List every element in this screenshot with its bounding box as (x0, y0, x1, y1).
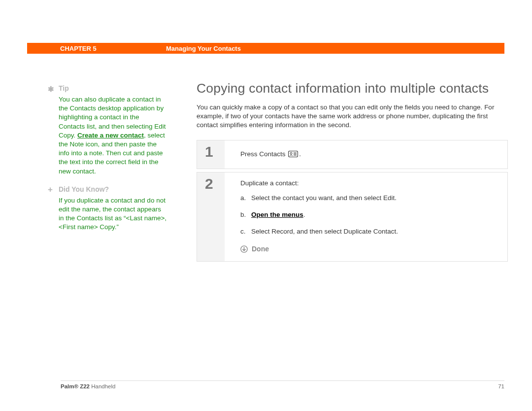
step-1-body: Press Contacts . (225, 140, 507, 169)
substep-b-after: . (303, 211, 305, 218)
substep-c-text: Select Record, and then select Duplicate… (251, 227, 499, 237)
chapter-title: Managing Your Contacts (166, 45, 241, 52)
step-number: 1 (205, 144, 225, 159)
step-1: 1 Press Contacts . (197, 140, 508, 169)
substep-b-label: b. (240, 210, 251, 220)
tip-body: You can also duplicate a contact in the … (59, 95, 167, 176)
substep-a-label: a. (240, 193, 251, 203)
dyk-heading-text: Did You Know? (59, 185, 109, 193)
step-2-body: Duplicate a contact: a. Select the conta… (225, 172, 507, 261)
plus-icon: + (48, 184, 53, 196)
page-title: Copying contact information into multipl… (197, 81, 508, 96)
done-indicator: Done (240, 244, 499, 254)
dyk-body: If you duplicate a contact and do not ed… (59, 196, 167, 232)
steps-list: 1 Press Contacts . 2 (197, 140, 508, 262)
page-number: 71 (498, 383, 504, 389)
substep-a-text: Select the contact you want, and then se… (251, 193, 499, 203)
substep-list: a. Select the contact you want, and then… (240, 193, 499, 237)
sidebar: ✱ Tip You can also duplicate a contact i… (59, 84, 167, 241)
tip-heading-text: Tip (59, 84, 69, 92)
step-number: 2 (205, 176, 225, 191)
footer: Palm® Z22 Handheld 71 (61, 383, 504, 389)
step-number-cell: 1 (197, 140, 225, 169)
header-bar: CHAPTER 5 Managing Your Contacts (27, 43, 504, 54)
substep-c-label: c. (240, 227, 251, 237)
step-1-text-before: Press Contacts (240, 150, 287, 158)
footer-product-bold: Palm® Z22 (61, 383, 90, 389)
dyk-heading: + Did You Know? (59, 185, 167, 194)
substep-c: c. Select Record, and then select Duplic… (240, 227, 499, 237)
create-new-contact-link[interactable]: Create a new contact (77, 132, 144, 139)
step-1-text-after: . (299, 150, 301, 158)
svg-point-1 (290, 152, 292, 154)
open-the-menus-link[interactable]: Open the menus (251, 211, 303, 218)
main-content: Copying contact information into multipl… (197, 81, 508, 262)
step-2: 2 Duplicate a contact: a. Select the con… (197, 172, 508, 262)
did-you-know-section: + Did You Know? If you duplicate a conta… (59, 185, 167, 232)
substep-b: b. Open the menus. (240, 210, 499, 220)
down-arrow-icon (240, 245, 248, 253)
substep-b-text: Open the menus. (251, 210, 499, 220)
asterisk-icon: ✱ (48, 84, 54, 94)
tip-section: ✱ Tip You can also duplicate a contact i… (59, 84, 167, 176)
footer-product-rest: Handheld (90, 383, 115, 389)
contacts-button-icon (288, 148, 298, 162)
footer-rule (61, 380, 504, 381)
tip-heading: ✱ Tip (59, 84, 167, 93)
intro-paragraph: You can quickly make a copy of a contact… (197, 103, 508, 130)
done-label: Done (252, 244, 269, 254)
chapter-label: CHAPTER 5 (60, 45, 97, 52)
step-number-cell: 2 (197, 172, 225, 261)
footer-product: Palm® Z22 Handheld (61, 383, 115, 389)
substep-a: a. Select the contact you want, and then… (240, 193, 499, 203)
step-2-intro: Duplicate a contact: (240, 178, 499, 188)
